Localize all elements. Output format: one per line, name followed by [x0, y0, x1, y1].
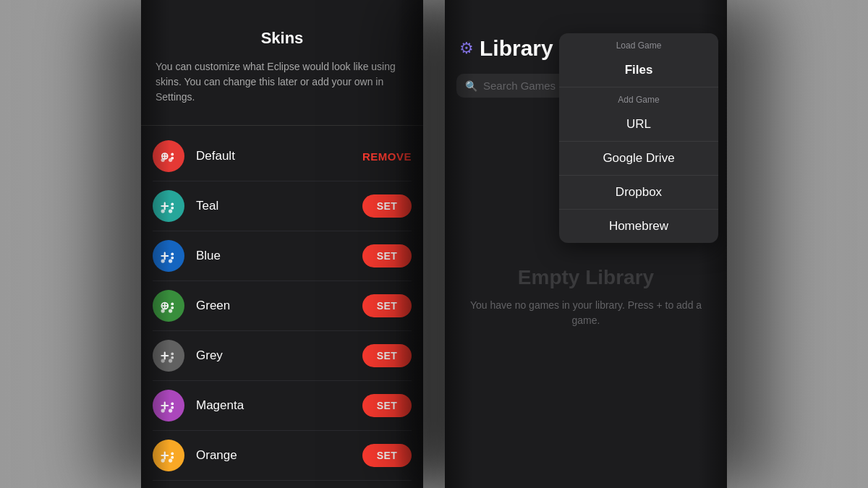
svg-point-37 [169, 408, 172, 412]
svg-point-17 [161, 259, 165, 262]
url-item[interactable]: URL [559, 108, 718, 142]
svg-point-6 [169, 158, 172, 162]
svg-point-34 [171, 402, 174, 405]
skins-list: DefaultREMOVE TealSET BlueSET GreenSET [141, 132, 423, 488]
phones-container: Skins You can customize what Eclipse wou… [0, 0, 868, 488]
skin-action-blue[interactable]: SET [362, 244, 412, 267]
load-game-label: Load Game [559, 33, 718, 53]
empty-library-message: You have no games in your library. Press… [467, 298, 705, 328]
empty-library-title: Empty Library [518, 266, 654, 289]
skin-item-green: GreenSET [153, 281, 412, 331]
files-item[interactable]: Files [559, 53, 718, 87]
skin-item-igba: iGBA ModernSET [153, 481, 412, 488]
library-header-left: ⚙ Library [459, 36, 553, 61]
svg-point-24 [161, 309, 165, 312]
svg-point-10 [171, 207, 174, 210]
skins-description: You can customize what Eclipse would loo… [156, 59, 409, 105]
right-phone: ⚙ Library ☰ ＋ 🔍 Search Games Empty Libra… [445, 0, 727, 488]
skin-item-orange: OrangeSET [153, 431, 412, 481]
skin-name-grey: Grey [196, 348, 362, 363]
skin-name-magenta: Magenta [196, 398, 362, 413]
skin-action-green[interactable]: SET [362, 294, 412, 317]
skins-header: Skins You can customize what Eclipse wou… [141, 0, 423, 119]
skin-item-grey: GreySET [153, 331, 412, 381]
svg-point-3 [171, 153, 174, 155]
svg-point-28 [171, 352, 174, 355]
skin-item-default: DefaultREMOVE [153, 132, 412, 181]
skin-action-magenta[interactable]: SET [362, 394, 412, 417]
dropbox-item[interactable]: Dropbox [559, 176, 718, 210]
skin-name-default: Default [196, 149, 362, 163]
skin-item-blue: BlueSET [153, 231, 412, 281]
skin-item-magenta: MagentaSET [153, 381, 412, 431]
google-drive-item[interactable]: Google Drive [559, 142, 718, 176]
svg-point-15 [171, 252, 174, 255]
homebrew-item[interactable]: Homebrew [559, 210, 718, 243]
svg-point-22 [171, 302, 174, 305]
add-game-label: Add Game [559, 87, 718, 108]
skins-title: Skins [156, 29, 409, 48]
skin-item-teal: TealSET [153, 181, 412, 231]
svg-point-42 [161, 458, 165, 462]
skins-screen: Skins You can customize what Eclipse wou… [141, 0, 423, 488]
skin-icon-blue [153, 240, 184, 272]
svg-point-12 [169, 209, 172, 213]
svg-point-41 [171, 456, 174, 459]
svg-point-9 [171, 202, 174, 205]
search-placeholder: Search Games [483, 80, 556, 92]
svg-point-30 [161, 359, 165, 362]
svg-point-16 [171, 257, 174, 260]
gear-icon[interactable]: ⚙ [459, 39, 474, 58]
skin-icon-default [153, 140, 184, 172]
svg-point-35 [171, 406, 174, 409]
skin-icon-magenta [153, 390, 184, 421]
skin-action-orange[interactable]: SET [362, 444, 412, 467]
svg-point-31 [169, 359, 172, 362]
left-phone: Skins You can customize what Eclipse wou… [141, 0, 423, 488]
svg-point-11 [161, 209, 165, 213]
library-title: Library [480, 36, 553, 61]
svg-point-40 [171, 452, 174, 455]
svg-point-29 [171, 356, 174, 359]
skin-name-teal: Teal [196, 199, 362, 213]
svg-point-18 [169, 259, 172, 262]
skin-icon-teal [153, 190, 184, 222]
skin-action-teal[interactable]: SET [362, 194, 412, 218]
skin-icon-grey [153, 340, 184, 372]
svg-point-5 [161, 158, 165, 162]
svg-point-36 [161, 408, 165, 412]
svg-point-25 [169, 309, 172, 312]
svg-point-43 [169, 458, 172, 462]
skin-action-grey[interactable]: SET [362, 344, 412, 367]
search-icon: 🔍 [465, 80, 477, 92]
library-screen: ⚙ Library ☰ ＋ 🔍 Search Games Empty Libra… [445, 0, 727, 488]
skins-divider [141, 125, 423, 126]
svg-point-23 [171, 307, 174, 309]
skin-name-orange: Orange [196, 448, 362, 463]
skin-icon-green [153, 290, 184, 322]
dropdown-menu: Load Game Files Add Game URL Google Driv… [559, 33, 718, 243]
skin-name-green: Green [196, 299, 362, 313]
skin-icon-orange [153, 440, 184, 471]
skin-action-default[interactable]: REMOVE [362, 150, 412, 163]
skin-name-blue: Blue [196, 249, 362, 263]
